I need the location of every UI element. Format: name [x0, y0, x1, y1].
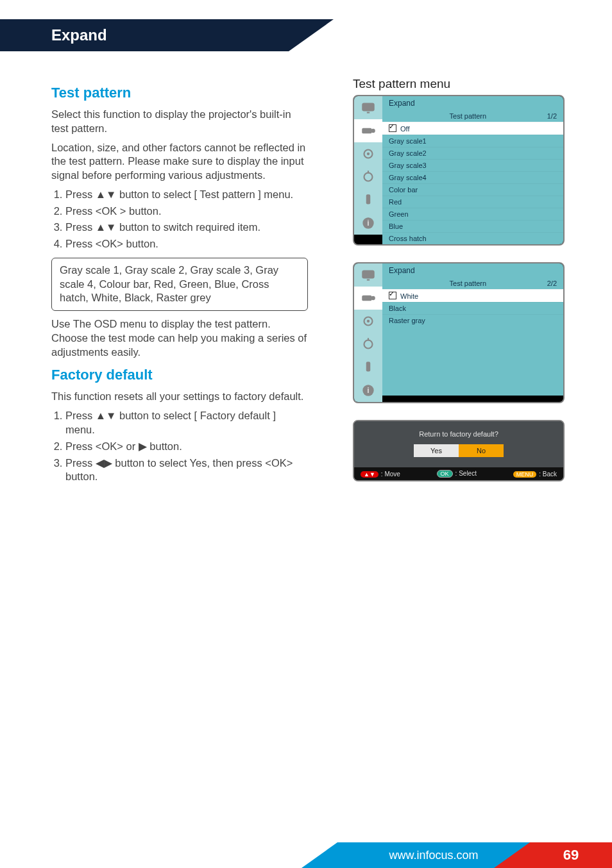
header-tab-band: Expand — [0, 19, 612, 51]
info-icon: i — [354, 212, 382, 235]
osd-menu-test-pattern-1: i Expand Test pattern1/2 Off Gray scale1… — [353, 95, 565, 246]
svg-text:i: i — [368, 218, 370, 228]
osd-item[interactable]: Blue — [382, 220, 563, 232]
osd-subheader: Test pattern2/2 — [382, 278, 563, 289]
gear-icon — [354, 310, 382, 333]
page-footer: www.infocus.com 69 — [0, 842, 612, 868]
factory-default-steps: Press ▲▼ button to select [ Factory defa… — [51, 409, 308, 484]
gear-icon — [354, 165, 382, 188]
osd-item[interactable]: Gray scale4 — [382, 171, 563, 183]
osd-item[interactable]: Green — [382, 208, 563, 220]
svg-rect-10 — [362, 270, 375, 278]
osd-item[interactable]: Red — [382, 196, 563, 208]
factory-default-p1: This function resets all your settings t… — [51, 390, 308, 404]
page-number: 69 — [530, 842, 612, 868]
osd-item[interactable]: Raster gray — [382, 314, 563, 326]
projector-icon — [354, 119, 382, 142]
test-pattern-p2: Location, size, and other factors cannot… — [51, 141, 308, 183]
right-column-title: Test pattern menu — [353, 77, 565, 91]
step: Press <OK> or ▶ button. — [65, 440, 308, 454]
svg-point-16 — [364, 340, 373, 349]
display-icon — [354, 96, 382, 119]
osd-header: Expand — [382, 96, 563, 110]
step: Press ▲▼ button to switch required item. — [65, 221, 308, 235]
step: Press ▲▼ button to select [ Factory defa… — [65, 409, 308, 437]
heading-factory-default: Factory default — [51, 367, 308, 383]
osd-item-off[interactable]: Off — [382, 122, 563, 135]
test-pattern-steps: Press ▲▼ button to select [ Test pattern… — [51, 188, 308, 251]
dialog-footer: ▲▼: Move OK: Select MENU: Back — [354, 467, 563, 480]
projector-icon — [354, 287, 382, 310]
factory-default-dialog: Return to factory default? Yes No ▲▼: Mo… — [353, 420, 565, 481]
step: Press ◀▶ button to select Yes, then pres… — [65, 456, 308, 485]
gear-icon — [354, 333, 382, 356]
arrows-icon: ▲▼ — [361, 471, 378, 478]
osd-item[interactable]: Cross hatch — [382, 232, 563, 244]
dialog-title: Return to factory default? — [354, 421, 563, 444]
svg-rect-11 — [367, 280, 370, 281]
osd-page-indicator: 2/2 — [547, 280, 557, 287]
step: Press ▲▼ button to select [ Test pattern… — [65, 188, 308, 202]
osd-header: Expand — [382, 263, 563, 278]
osd-item[interactable]: Color bar — [382, 183, 563, 196]
svg-point-3 — [371, 129, 375, 133]
svg-rect-0 — [362, 103, 375, 111]
osd-item[interactable]: Black — [382, 302, 563, 314]
svg-point-15 — [367, 320, 370, 322]
step: Press <OK> button. — [65, 237, 308, 251]
svg-point-5 — [367, 153, 370, 155]
usb-icon — [354, 356, 382, 379]
test-pattern-p3: Use The OSD menu to display the test pat… — [51, 317, 308, 359]
heading-test-pattern: Test pattern — [51, 85, 308, 101]
usb-icon — [354, 188, 382, 212]
svg-rect-12 — [362, 296, 371, 301]
svg-text:i: i — [368, 385, 370, 395]
step: Press <OK > button. — [65, 204, 308, 219]
osd-item[interactable]: Gray scale1 — [382, 135, 563, 147]
svg-rect-2 — [362, 128, 371, 134]
tab-triangle-decor — [289, 19, 334, 51]
display-icon — [354, 263, 382, 287]
osd-page-indicator: 1/2 — [547, 112, 557, 120]
osd-subheader: Test pattern1/2 — [382, 110, 563, 122]
svg-rect-17 — [366, 362, 371, 371]
right-column: Test pattern menu i Expand Test pattern1… — [353, 77, 565, 481]
page-section-title: Expand — [0, 19, 289, 51]
checkbox-icon — [389, 124, 396, 132]
left-column: Test pattern Select this function to dis… — [51, 77, 308, 488]
svg-point-13 — [371, 296, 375, 301]
svg-point-6 — [364, 173, 373, 181]
osd-menu-test-pattern-2: i Expand Test pattern2/2 White Black Ras… — [353, 262, 565, 403]
dialog-no-button[interactable]: No — [459, 444, 504, 457]
osd-item[interactable]: Gray scale2 — [382, 147, 563, 159]
test-pattern-p1: Select this function to display the proj… — [51, 108, 308, 136]
osd-item[interactable]: Gray scale3 — [382, 159, 563, 171]
checkbox-icon — [389, 292, 396, 299]
dialog-yes-button[interactable]: Yes — [414, 444, 459, 457]
info-icon: i — [354, 379, 382, 402]
menu-key-icon: MENU — [513, 471, 537, 478]
svg-rect-1 — [367, 112, 370, 113]
svg-rect-7 — [366, 194, 371, 204]
ok-key-icon: OK — [437, 470, 453, 478]
gear-icon — [354, 142, 382, 165]
osd-item-white[interactable]: White — [382, 289, 563, 302]
options-box: Gray scale 1, Gray scale 2, Gray scale 3… — [51, 258, 308, 311]
